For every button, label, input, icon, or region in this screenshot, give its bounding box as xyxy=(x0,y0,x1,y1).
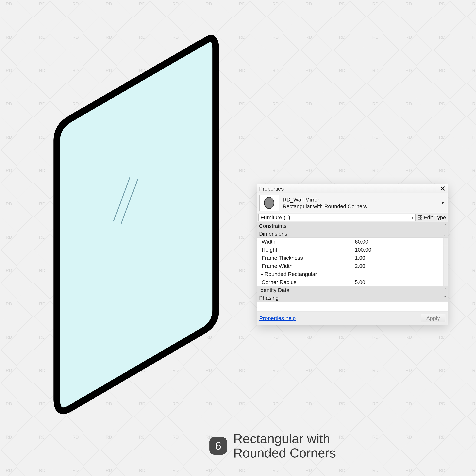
group-phasing[interactable]: Phasing ˅˅ xyxy=(257,294,448,302)
property-value[interactable]: 1.00 xyxy=(353,254,443,262)
chevron-down-icon[interactable]: ▾ xyxy=(440,200,445,206)
svg-rect-8 xyxy=(421,216,422,217)
property-value xyxy=(353,270,443,278)
edit-type-label: Edit Type xyxy=(424,214,446,221)
property-grip xyxy=(443,254,448,262)
collapse-icon: ˅˅ xyxy=(443,223,446,228)
mirror-illustration xyxy=(16,16,238,444)
family-type-selector[interactable]: RD_Wall Mirror Rectangular with Rounded … xyxy=(257,193,448,213)
property-grip xyxy=(443,270,448,278)
property-grip xyxy=(443,278,448,286)
svg-point-6 xyxy=(264,197,274,209)
chevron-down-icon: ▾ xyxy=(411,215,413,220)
property-value[interactable]: 60.00 xyxy=(353,238,443,246)
caption-text: Rectangular with Rounded Corners xyxy=(233,432,336,460)
caption: 6 Rectangular with Rounded Corners xyxy=(209,432,336,460)
svg-rect-10 xyxy=(421,218,422,220)
property-label: Corner Radius xyxy=(257,278,353,286)
group-constraints[interactable]: Constraints ˅˅ xyxy=(257,222,448,230)
collapse-icon: ˅˅ xyxy=(443,231,446,236)
caption-number-chip: 6 xyxy=(209,437,227,455)
panel-titlebar: Properties ✕ xyxy=(257,184,448,193)
property-grip xyxy=(443,262,448,270)
property-label: Frame Width xyxy=(257,262,353,270)
panel-footer: Properties help Apply xyxy=(257,311,448,325)
property-row: Rounded Rectangular xyxy=(257,270,448,278)
property-row: Corner Radius5.00 xyxy=(257,278,448,286)
properties-help-link[interactable]: Properties help xyxy=(259,315,296,321)
property-label: Rounded Rectangular xyxy=(257,270,353,278)
property-row: Height100.00 xyxy=(257,246,448,254)
edit-type-button[interactable]: Edit Type xyxy=(417,213,448,222)
group-dimensions[interactable]: Dimensions ˅˅ xyxy=(257,230,448,238)
collapse-icon: ˅˅ xyxy=(443,295,446,300)
apply-button[interactable]: Apply xyxy=(421,314,445,323)
family-thumbnail xyxy=(259,195,279,211)
property-grip xyxy=(443,238,448,246)
svg-rect-7 xyxy=(418,216,420,217)
category-selector-value: Furniture (1) xyxy=(260,214,290,221)
collapse-icon: ˅˅ xyxy=(443,288,446,293)
edit-type-icon xyxy=(418,215,422,220)
property-label: Width xyxy=(257,238,353,246)
family-text: RD_Wall Mirror Rectangular with Rounded … xyxy=(283,196,440,210)
property-row: Frame Thickness1.00 xyxy=(257,254,448,262)
property-value[interactable]: 5.00 xyxy=(353,278,443,286)
family-type: Rectangular with Rounded Corners xyxy=(283,203,440,210)
category-selector[interactable]: Furniture (1) ▾ xyxy=(258,214,416,221)
panel-title: Properties xyxy=(259,186,284,192)
panel-spacer xyxy=(257,302,448,311)
close-icon[interactable]: ✕ xyxy=(440,185,446,192)
group-identity-data[interactable]: Identity Data ˅˅ xyxy=(257,286,448,294)
family-name: RD_Wall Mirror xyxy=(283,196,440,203)
property-label: Height xyxy=(257,246,353,254)
svg-rect-9 xyxy=(418,218,420,220)
property-row: Width60.00 xyxy=(257,238,448,246)
property-value[interactable]: 2.00 xyxy=(353,262,443,270)
property-row: Frame Width2.00 xyxy=(257,262,448,270)
property-grip xyxy=(443,246,448,254)
property-value[interactable]: 100.00 xyxy=(353,246,443,254)
properties-panel: Properties ✕ RD_Wall Mirror Rectangular … xyxy=(257,184,448,325)
property-label: Frame Thickness xyxy=(257,254,353,262)
